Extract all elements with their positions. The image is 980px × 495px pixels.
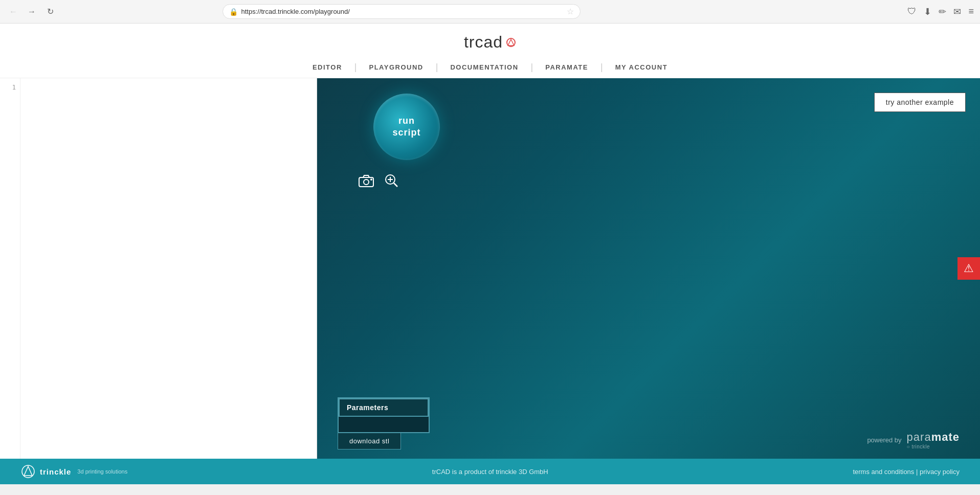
paramate-logo-text: paramate <box>907 431 960 444</box>
svg-point-3 <box>364 179 369 185</box>
svg-point-4 <box>370 178 372 181</box>
preview-pane: try another example ⚠ run script <box>317 78 980 459</box>
zoom-icon[interactable] <box>384 173 399 192</box>
paramate-sub-text: ○ trinckle <box>907 444 960 449</box>
viewport-toolbar <box>358 173 399 192</box>
main-layout: 1 try another example ⚠ run script <box>0 78 980 459</box>
editor-pane: 1 <box>0 78 317 459</box>
powered-by-label: powered by <box>867 436 901 444</box>
parameters-header[interactable]: Parameters <box>339 398 429 417</box>
paramate-logo-block: paramate ○ trinckle <box>907 431 960 449</box>
nav-my-account[interactable]: MY ACCOUNT <box>603 63 680 71</box>
nav-editor[interactable]: EDITOR <box>300 63 354 71</box>
run-script-button[interactable]: run script <box>373 94 440 160</box>
camera-icon[interactable] <box>358 173 374 191</box>
site-logo: trcad <box>464 33 516 52</box>
footer-center-text: trCAD is a product of trinckle 3D GmbH <box>127 468 853 476</box>
bookmark-icon[interactable]: ☆ <box>567 7 574 16</box>
browser-toolbar: ← → ↻ 🔒 ☆ 🛡 ⬇ ✏ ✉ ≡ <box>0 0 980 23</box>
browser-chrome: ← → ↻ 🔒 ☆ 🛡 ⬇ ✏ ✉ ≡ <box>0 0 980 24</box>
nav-playground[interactable]: PLAYGROUND <box>357 63 435 71</box>
back-button[interactable]: ← <box>6 5 20 19</box>
try-another-button[interactable]: try another example <box>874 93 966 112</box>
footer-separator: | <box>916 468 920 476</box>
svg-marker-1 <box>508 39 514 46</box>
footer-tagline: 3d printing solutions <box>77 468 127 475</box>
svg-line-6 <box>394 183 397 187</box>
logo-icon <box>506 37 516 48</box>
svg-marker-10 <box>24 466 32 476</box>
parameters-panel: Parameters <box>338 397 430 433</box>
download-icon[interactable]: ⬇ <box>924 6 931 17</box>
shield-icon[interactable]: 🛡 <box>907 6 917 17</box>
pen-icon[interactable]: ✏ <box>939 6 946 17</box>
terms-link[interactable]: terms and conditions <box>853 468 914 476</box>
menu-icon[interactable]: ≡ <box>968 6 974 17</box>
line-number-1: 1 <box>0 82 20 93</box>
run-script-label: run script <box>392 115 420 139</box>
reload-button[interactable]: ↻ <box>43 5 57 19</box>
site-nav: EDITOR | PLAYGROUND | DOCUMENTATION | PA… <box>300 57 680 78</box>
warning-icon: ⚠ <box>964 262 974 275</box>
mail-icon[interactable]: ✉ <box>953 6 961 17</box>
footer-logo: trinckle 3d printing solutions <box>20 464 127 479</box>
address-bar: 🔒 ☆ <box>222 4 581 19</box>
editor-content[interactable] <box>20 78 317 459</box>
footer-logo-text: trinckle <box>40 467 71 476</box>
download-stl-button[interactable]: download stl <box>338 433 401 449</box>
line-numbers: 1 <box>0 78 20 459</box>
parameters-box: Parameters <box>338 397 430 433</box>
site-header: trcad EDITOR | PLAYGROUND | DOCUMENTATIO… <box>0 24 980 78</box>
url-input[interactable] <box>241 8 564 15</box>
page-wrapper: trcad EDITOR | PLAYGROUND | DOCUMENTATIO… <box>0 24 980 484</box>
security-icon: 🔒 <box>229 8 238 16</box>
nav-paramate[interactable]: PARAMATE <box>533 63 600 71</box>
site-footer: trinckle 3d printing solutions trCAD is … <box>0 459 980 484</box>
powered-by: powered by paramate ○ trinckle <box>867 431 960 449</box>
warning-button[interactable]: ⚠ <box>957 257 980 280</box>
footer-right: terms and conditions | privacy policy <box>853 468 960 476</box>
nav-documentation[interactable]: DOCUMENTATION <box>438 63 530 71</box>
footer-logo-icon <box>20 464 36 479</box>
parameters-body <box>339 417 429 432</box>
browser-right-icons: 🛡 ⬇ ✏ ✉ ≡ <box>907 6 974 17</box>
logo-text: trcad <box>464 33 503 52</box>
privacy-link[interactable]: privacy policy <box>920 468 960 476</box>
forward-button[interactable]: → <box>25 5 39 19</box>
